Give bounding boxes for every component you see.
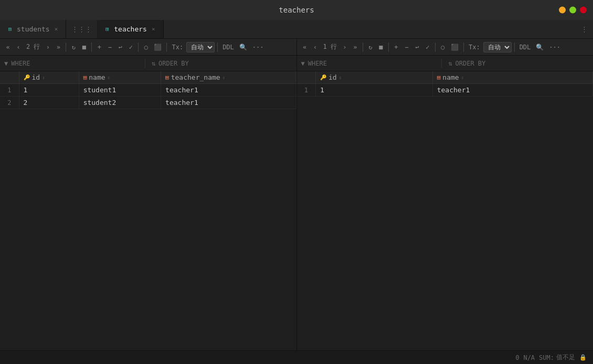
save-button-t[interactable]: ⬛: [449, 41, 461, 53]
table-row[interactable]: 1 1 teacher1: [297, 84, 593, 97]
col-id[interactable]: 🔑 id ⇕: [19, 71, 79, 84]
title-bar: teachers: [0, 0, 593, 20]
search-button-t[interactable]: 🔍: [534, 41, 546, 53]
na-value: N/A: [523, 354, 535, 361]
sum-value: 值不足: [556, 353, 575, 362]
nav-next-button[interactable]: ›: [43, 41, 52, 53]
eye-button[interactable]: ○: [141, 41, 151, 53]
toolbar-sep-t2: [388, 42, 389, 52]
toolbar-sep-5: [217, 42, 218, 52]
nav-first-button-t[interactable]: «: [300, 41, 310, 53]
apply-button[interactable]: ✓: [126, 41, 135, 53]
ddl-button-t[interactable]: DDL: [517, 44, 533, 51]
col-id-t[interactable]: 🔑 id ⇕: [316, 71, 433, 84]
nav-last-button[interactable]: »: [54, 41, 63, 53]
table-icon: ⊞: [6, 26, 14, 33]
students-table-area[interactable]: 🔑 id ⇕ ▤ name ⇕: [0, 71, 296, 350]
delete-row-button[interactable]: −: [105, 41, 114, 53]
row-count-label-t: 1 行: [321, 42, 339, 51]
add-row-button-t[interactable]: +: [391, 41, 401, 53]
col-name-label-t: name: [442, 73, 459, 81]
tx-select[interactable]: 自动: [186, 42, 215, 52]
revert-button[interactable]: ↩: [115, 41, 125, 53]
lock-icon: 🔒: [579, 354, 587, 361]
teachers-header-row: 🔑 id ⇕ ▤ name ⇕: [297, 71, 593, 84]
cell-id[interactable]: 2: [19, 97, 79, 109]
tab-students[interactable]: ⊞ students ×: [0, 20, 66, 38]
tab-teachers-close[interactable]: ×: [150, 25, 157, 33]
main-area: « ‹ 2 行 › » ↻ ■ + − ↩ ✓ ○ ⬛ Tx: 自动 DDL 🔍…: [0, 39, 593, 350]
students-header-row: 🔑 id ⇕ ▤ name ⇕: [0, 71, 296, 84]
position-item: 0: [515, 354, 519, 361]
eye-button-t[interactable]: ○: [438, 41, 448, 53]
sum-label: SUM:: [539, 354, 554, 361]
tab-teachers[interactable]: ⊞ teachers ×: [97, 20, 163, 38]
maximize-button[interactable]: [569, 7, 576, 14]
apply-button-t[interactable]: ✓: [423, 41, 432, 53]
delete-row-button-t[interactable]: −: [402, 41, 411, 53]
revert-button-t[interactable]: ↩: [412, 41, 422, 53]
order-label-t: ORDER BY: [455, 60, 485, 67]
where-label-t: WHERE: [308, 60, 327, 67]
nav-next-button-t[interactable]: ›: [340, 41, 350, 53]
nav-last-button-t[interactable]: »: [351, 41, 360, 53]
key-icon-t: 🔑: [320, 74, 326, 80]
order-icon: ⇅: [152, 60, 155, 67]
nav-first-button[interactable]: «: [3, 41, 13, 53]
col-teacher-name-label: teacher_name: [171, 73, 220, 81]
where-icon: ▼: [4, 60, 8, 67]
sort-icon-name-t: ⇕: [461, 75, 464, 80]
tx-select-t[interactable]: 自动: [483, 42, 512, 52]
toolbar-sep-t1: [363, 42, 363, 52]
table-row[interactable]: 1 1 student1 teacher1: [0, 84, 296, 97]
col-name-t[interactable]: ▤ name ⇕: [432, 71, 592, 84]
search-button[interactable]: 🔍: [237, 41, 249, 53]
save-button[interactable]: ⬛: [152, 41, 164, 53]
tab-overflow-dots[interactable]: ⋮⋮⋮: [66, 20, 97, 38]
col-teacher-name[interactable]: ▤ teacher_name ⇕: [161, 71, 296, 84]
teachers-table: 🔑 id ⇕ ▤ name ⇕: [297, 71, 594, 97]
students-panel: « ‹ 2 行 › » ↻ ■ + − ↩ ✓ ○ ⬛ Tx: 自动 DDL 🔍…: [0, 39, 297, 350]
refresh-button[interactable]: ↻: [69, 41, 78, 53]
row-num: 1: [0, 84, 19, 97]
cell-id[interactable]: 1: [316, 84, 433, 97]
row-count-label: 2 行: [24, 42, 42, 51]
cell-name[interactable]: teacher1: [432, 84, 592, 97]
tab-students-close[interactable]: ×: [53, 25, 60, 33]
refresh-button-t[interactable]: ↻: [366, 41, 375, 53]
ddl-button[interactable]: DDL: [220, 44, 236, 51]
toolbar-sep-t4: [463, 42, 464, 52]
nav-prev-button-t[interactable]: ‹: [311, 41, 320, 53]
cell-id[interactable]: 1: [19, 84, 79, 97]
sum-item: SUM: 值不足: [539, 353, 575, 362]
cell-teacher-name[interactable]: teacher1: [161, 97, 296, 109]
toolbar-sep-4: [166, 42, 167, 52]
more-button[interactable]: ···: [250, 41, 266, 53]
cell-teacher-name[interactable]: teacher1: [161, 84, 296, 97]
more-button-t[interactable]: ···: [547, 41, 563, 53]
close-button[interactable]: [580, 7, 587, 14]
tx-label: Tx:: [170, 44, 185, 51]
table-row[interactable]: 2 2 student2 teacher1: [0, 97, 296, 109]
position-value: 0: [515, 354, 519, 361]
minimize-button[interactable]: [559, 7, 566, 14]
cell-name[interactable]: student1: [79, 84, 161, 97]
col-name[interactable]: ▤ name ⇕: [79, 71, 161, 84]
students-filter-bar: ▼ WHERE ⇅ ORDER BY: [0, 56, 296, 71]
key-icon: 🔑: [24, 74, 30, 80]
nav-prev-button[interactable]: ‹: [14, 41, 23, 53]
field-icon-t: ▤: [437, 74, 441, 81]
na-item: N/A: [523, 354, 535, 361]
tab-more-button[interactable]: ⋮: [576, 20, 593, 38]
cell-name[interactable]: student2: [79, 97, 161, 109]
teachers-table-area[interactable]: 🔑 id ⇕ ▤ name ⇕: [297, 71, 594, 350]
window-controls: [559, 7, 587, 14]
sort-icon-t: ⇕: [339, 75, 342, 80]
where-section-t: ▼ WHERE: [301, 60, 442, 67]
stop-button-t[interactable]: ■: [376, 41, 386, 53]
teachers-toolbar: « ‹ 1 行 › » ↻ ■ + − ↩ ✓ ○ ⬛ Tx: 自动 DDL 🔍…: [297, 39, 594, 56]
field-icon: ▤: [83, 74, 87, 81]
stop-button[interactable]: ■: [79, 41, 89, 53]
students-table: 🔑 id ⇕ ▤ name ⇕: [0, 71, 296, 109]
add-row-button[interactable]: +: [94, 41, 104, 53]
